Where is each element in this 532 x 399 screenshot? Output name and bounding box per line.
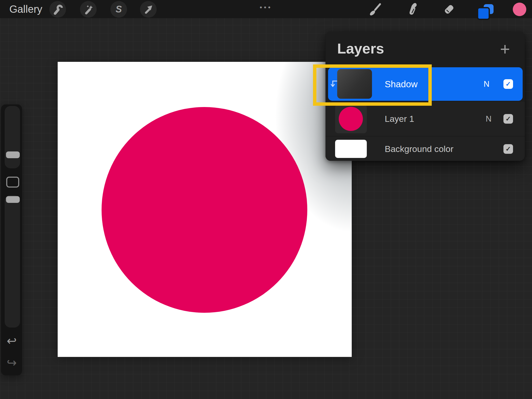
layers-button-active[interactable]	[477, 4, 495, 16]
selection-s-icon: S	[116, 4, 122, 15]
eraser-button[interactable]	[442, 2, 456, 16]
transform-button[interactable]	[140, 1, 157, 18]
layer-row-background-color[interactable]: Background color ✓	[325, 137, 525, 161]
background-color-thumbnail[interactable]	[335, 140, 367, 158]
eraser-icon	[442, 2, 456, 16]
modify-button[interactable]	[6, 177, 19, 188]
layer-row-layer1[interactable]: Layer 1 N ✓	[325, 102, 525, 136]
transform-arrow-icon	[143, 4, 154, 15]
smudge-button[interactable]	[405, 2, 419, 16]
layers-panel-title: Layers	[337, 41, 384, 57]
layer-visibility-checkbox[interactable]: ✓	[503, 114, 513, 124]
layer-visibility-checkbox[interactable]: ✓	[503, 79, 513, 89]
brush-icon	[368, 2, 382, 16]
magic-wand-icon	[83, 4, 94, 15]
brush-button[interactable]	[368, 2, 382, 16]
actions-button[interactable]	[49, 1, 66, 18]
more-options-icon[interactable]: •••	[256, 0, 276, 15]
undo-icon[interactable]: ↩	[3, 333, 21, 349]
brush-opacity-slider-handle[interactable]	[6, 196, 20, 203]
top-toolbar: Gallery S •••	[0, 0, 532, 18]
selection-button[interactable]: S	[110, 1, 127, 18]
wrench-icon	[52, 4, 63, 15]
brush-opacity-slider[interactable]	[5, 195, 20, 328]
redo-icon[interactable]: ↪	[3, 355, 21, 370]
gallery-button[interactable]: Gallery	[9, 0, 42, 18]
layer-thumbnail[interactable]	[335, 104, 367, 133]
adjustments-button[interactable]	[80, 1, 97, 18]
blend-mode-button[interactable]: N	[483, 102, 494, 136]
blend-mode-button[interactable]: N	[481, 67, 492, 101]
layer-name: Background color	[385, 137, 454, 161]
color-swatch-button[interactable]	[513, 3, 526, 16]
add-layer-button[interactable]: +	[496, 39, 514, 59]
brush-size-slider[interactable]	[5, 106, 20, 168]
drawing-canvas[interactable]	[58, 62, 352, 357]
highlight-annotation-rectangle	[313, 64, 432, 106]
smudge-finger-icon	[405, 2, 419, 16]
brush-size-slider-handle[interactable]	[6, 151, 20, 158]
layer-visibility-checkbox[interactable]: ✓	[503, 144, 513, 154]
layer-name: Layer 1	[385, 102, 414, 136]
thumbnail-circle-preview	[339, 107, 363, 131]
sidebar-controls: ↩ ↪	[1, 104, 22, 375]
pink-circle-artwork	[102, 107, 307, 313]
